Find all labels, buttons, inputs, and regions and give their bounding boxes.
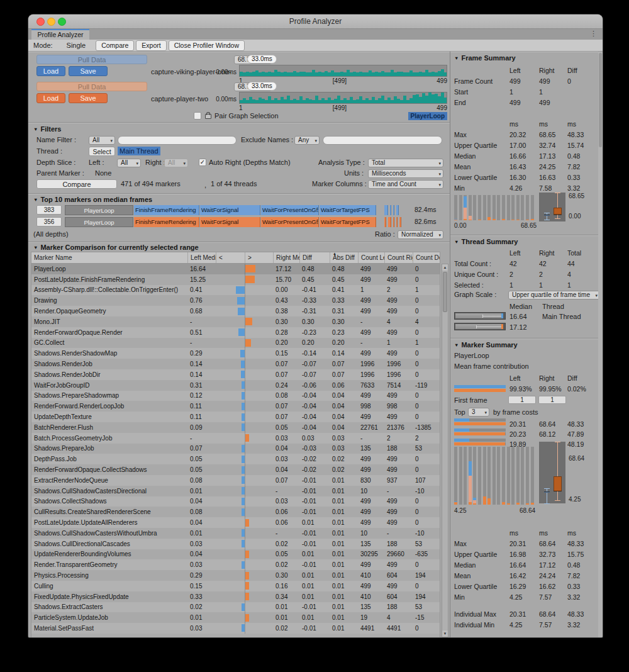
marker-segment[interactable]: WaitForTargetFPS — [320, 217, 376, 227]
column-header-9[interactable]: Count Delta — [413, 252, 440, 263]
tab-profile-analyzer[interactable]: Profile Analyzer — [31, 29, 89, 40]
marker-segment[interactable]: WaitForSignal — [200, 205, 260, 215]
comparison-header[interactable]: ▼Marker Comparison for currently selecte… — [33, 244, 199, 251]
marker-segment[interactable] — [393, 205, 394, 215]
column-header-4[interactable]: Right Median — [273, 252, 299, 263]
table-row[interactable]: PostLateUpdate.UpdateAllRenderers0.040.0… — [31, 517, 440, 528]
kebab-menu-icon[interactable]: ⋮ — [590, 30, 597, 38]
marker-columns-dropdown[interactable]: Time and Count▾ — [368, 180, 443, 189]
table-row[interactable]: RenderForwardOpaque.CollectShadows0.050.… — [31, 464, 440, 475]
table-row[interactable]: PlayerLoop16.6417.120.480.484994990 — [31, 264, 440, 274]
median-frame-button[interactable]: 383 — [36, 205, 62, 215]
table-row[interactable]: Culling0.150.160.010.014994990 — [31, 581, 440, 591]
column-header-5[interactable]: Diff — [299, 252, 330, 263]
column-header-6[interactable]: Abs Diff▲ — [330, 252, 358, 263]
pair-graph-checkbox[interactable] — [194, 112, 201, 120]
scrollbar-thumb[interactable] — [443, 272, 447, 312]
table-row[interactable]: Shadows.CullShadowCastersWithoutUmbra0.0… — [31, 528, 440, 539]
column-header-7[interactable]: Count Left — [358, 252, 384, 263]
pull-data-button-right[interactable]: Pull Data — [36, 82, 147, 91]
scrollbar-thumb[interactable] — [599, 53, 602, 147]
mode-single-button[interactable]: Single — [67, 42, 86, 49]
analysis-type-dropdown[interactable]: Total▾ — [368, 159, 443, 167]
frame-summary-histogram[interactable] — [454, 195, 536, 220]
scroll-down-icon[interactable]: ▼ — [442, 630, 448, 637]
frame-summary-boxplot[interactable] — [539, 193, 565, 221]
marker-summary-header[interactable]: ▼Marker Summary — [454, 341, 518, 349]
save-button-left[interactable]: Save — [69, 66, 108, 76]
name-filter-input[interactable] — [118, 136, 237, 145]
column-header-marker-name[interactable]: Marker Name — [31, 252, 187, 263]
comparison-scrollbar[interactable]: ▲ ▼ — [442, 264, 448, 637]
load-button-left[interactable]: Load — [36, 66, 65, 76]
frame-summary-header[interactable]: ▼Frame Summary — [454, 54, 516, 62]
table-row[interactable]: RenderForwardOpaque.Render0.510.28-0.230… — [31, 327, 440, 338]
top10-marker-bar[interactable]: PlayerLoopFinishFrameRenderingWaitForSig… — [65, 217, 403, 227]
marker-segment[interactable] — [384, 205, 388, 215]
marker-segment[interactable] — [396, 217, 398, 227]
table-row[interactable]: WaitForJobGroupID0.310.24-0.060.06763375… — [31, 380, 440, 391]
pull-data-button-left[interactable]: Pull Data — [36, 55, 147, 64]
table-row[interactable]: Material.SetPassFast0.030.02-0.010.01449… — [31, 623, 440, 634]
top-count-dropdown[interactable]: 3▾ — [468, 408, 489, 417]
depth-left-dropdown[interactable]: All▾ — [117, 159, 141, 167]
marker-segment[interactable] — [399, 217, 401, 227]
thread-summary-header[interactable]: ▼Thread Summary — [454, 238, 518, 245]
table-row[interactable]: ParticleSystem.UpdateJob0.010.010.010.01… — [31, 612, 440, 623]
table-row[interactable]: Shadows.PrepareJob0.070.04-0.030.0313518… — [31, 444, 440, 454]
marker-summary-histogram[interactable] — [454, 447, 536, 505]
marker-segment[interactable]: WaitForSignal — [200, 217, 260, 227]
table-row[interactable]: UpdateRendererBoundingVolumes0.040.050.0… — [31, 549, 440, 560]
table-row[interactable]: Shadows.ExtractCasters0.020.01-0.010.011… — [31, 602, 440, 613]
marker-segment[interactable] — [390, 205, 391, 215]
table-row[interactable]: Render.OpaqueGeometry0.680.38-0.310.3149… — [31, 306, 440, 316]
frame-time-graph-left[interactable] — [239, 65, 447, 77]
exclude-names-input[interactable] — [323, 136, 442, 145]
table-row[interactable]: BatchRenderer.Flush0.090.05-0.040.042276… — [31, 422, 440, 433]
marker-segment[interactable]: PlayerLoop — [65, 205, 133, 215]
filters-header[interactable]: ▼Filters — [33, 125, 61, 133]
table-row[interactable]: Batch.ProcessGeometryJob-0.030.030.03-22 — [31, 433, 440, 444]
table-row[interactable]: RenderForward.RenderLoopJob0.110.07-0.04… — [31, 401, 440, 412]
marker-segment[interactable]: WaitForPresentOnGfxThread — [261, 205, 319, 215]
exclude-names-dropdown[interactable]: Any▾ — [294, 136, 320, 145]
save-button-right[interactable]: Save — [69, 93, 108, 103]
top10-marker-bar[interactable]: PlayerLoopFinishFrameRenderingWaitForSig… — [65, 205, 401, 215]
table-row[interactable]: CullResults.CreateSharedRendererScene0.0… — [31, 507, 440, 517]
comparison-column-headers[interactable]: Marker NameLeft Median<>Right MedianDiff… — [31, 252, 440, 264]
scroll-up-icon[interactable]: ▲ — [442, 264, 448, 271]
minimize-button[interactable] — [47, 18, 55, 26]
close-profiler-window-button[interactable]: Close Profiler Window — [169, 40, 245, 51]
close-button[interactable] — [36, 18, 45, 26]
marker-segment[interactable]: WaitForPresentOnGfxThread — [261, 217, 319, 227]
table-row[interactable]: ExtractRenderNodeQueue0.080.07-0.010.018… — [31, 475, 440, 486]
table-row[interactable]: Shadows.RenderShadowMap0.290.15-0.140.14… — [31, 348, 440, 359]
marker-segment[interactable]: FinishFrameRendering — [134, 217, 199, 227]
table-row[interactable]: Mono.JIT-0.300.300.30-44 — [31, 316, 440, 327]
frame-time-graph-right[interactable] — [239, 92, 447, 104]
table-row[interactable]: Shadows.CullShadowCastersDirectional0.01… — [31, 486, 440, 496]
compare-button[interactable]: Compare — [36, 179, 117, 189]
table-row[interactable]: Physics.Processing0.290.300.010.01410604… — [31, 570, 440, 581]
right-panel-scrollbar[interactable] — [598, 52, 603, 637]
selected-marker-tag[interactable]: PlayerLoop — [408, 112, 447, 120]
marker-segment[interactable]: PlayerLoop — [65, 217, 133, 227]
table-row[interactable]: FixedUpdate.PhysicsFixedUpdate0.330.340.… — [31, 591, 440, 602]
auto-right-checkbox[interactable]: ✓ — [199, 159, 206, 166]
table-row[interactable]: UpdateDepthTexture0.110.07-0.040.0449949… — [31, 412, 440, 422]
table-row[interactable]: Shadows.RenderJobDir0.140.07-0.070.07199… — [31, 369, 440, 380]
marker-summary-boxplot[interactable] — [539, 442, 565, 503]
table-row[interactable]: Drawing0.760.43-0.330.334994990 — [31, 295, 440, 306]
marker-segment[interactable] — [393, 217, 394, 227]
table-row[interactable]: DepthPass.Job0.050.03-0.020.024994990 — [31, 454, 440, 464]
first-frame-right-button[interactable]: 1 — [538, 396, 566, 404]
ratio-dropdown[interactable]: Normalized▾ — [398, 230, 443, 239]
column-header-3[interactable]: > — [245, 252, 273, 263]
clip-threshold-right[interactable]: 33.0ms — [247, 82, 277, 91]
first-frame-left-button[interactable]: 1 — [508, 396, 536, 404]
marker-segment[interactable] — [396, 205, 399, 215]
table-row[interactable]: Shadows.CollectShadows0.040.03-0.010.014… — [31, 496, 440, 507]
marker-segment[interactable]: FinishFrameRendering — [134, 205, 199, 215]
table-row[interactable]: GC.Collect-0.200.200.20-11 — [31, 338, 440, 349]
title-bar[interactable]: Profile Analyzer — [28, 14, 603, 29]
